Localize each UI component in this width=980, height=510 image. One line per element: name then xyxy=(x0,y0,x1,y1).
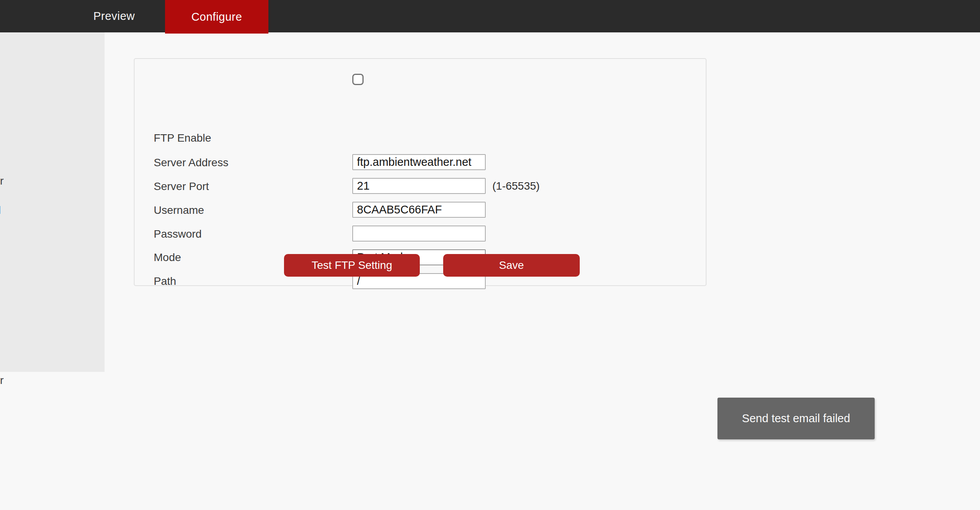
page: Preview Configure r l r FTP Enable Serve… xyxy=(0,0,980,510)
toast-notification: Send test email failed xyxy=(717,398,875,439)
sidebar-item-fragment[interactable]: r xyxy=(0,375,5,386)
mode-label: Mode xyxy=(154,251,181,264)
sidebar-selected-item-letter: l xyxy=(0,204,1,216)
save-button[interactable]: Save xyxy=(443,254,580,277)
username-input[interactable] xyxy=(352,202,486,218)
sidebar-selected-item-fragment[interactable]: l xyxy=(0,204,2,216)
server-address-label: Server Address xyxy=(154,156,228,169)
password-input[interactable] xyxy=(352,226,486,242)
ftp-settings-panel: FTP Enable Server Address Server Port (1… xyxy=(134,58,707,286)
sidebar-item-fragment[interactable]: r xyxy=(0,175,5,187)
ftp-enable-label: FTP Enable xyxy=(154,131,211,145)
path-label: Path xyxy=(154,275,176,288)
username-label: Username xyxy=(154,204,204,217)
toast-message: Send test email failed xyxy=(742,412,850,425)
test-ftp-setting-button[interactable]: Test FTP Setting xyxy=(284,254,420,277)
tab-configure[interactable]: Configure xyxy=(165,0,268,34)
server-address-input[interactable] xyxy=(352,154,486,170)
server-port-input[interactable] xyxy=(352,178,486,194)
server-port-range-hint: (1-65535) xyxy=(492,178,540,194)
sidebar: r l r xyxy=(0,32,105,372)
server-port-label: Server Port xyxy=(154,180,209,193)
ftp-enable-checkbox[interactable] xyxy=(352,74,364,85)
top-nav-bar: Preview Configure xyxy=(0,0,980,32)
password-label: Password xyxy=(154,227,202,241)
tab-preview[interactable]: Preview xyxy=(78,0,150,32)
